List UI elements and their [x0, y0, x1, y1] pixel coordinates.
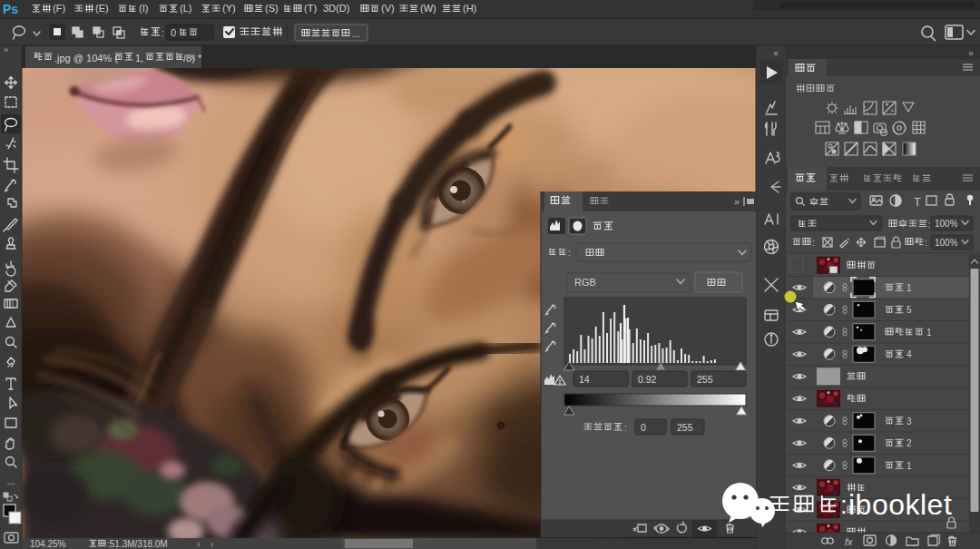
- svg-text:»: »: [734, 196, 740, 207]
- svg-text:...: ...: [352, 29, 359, 39]
- svg-text:(S): (S): [265, 3, 279, 14]
- svg-text:T: T: [914, 195, 921, 209]
- svg-text:«: «: [773, 48, 779, 58]
- svg-text:‹: ‹: [211, 539, 213, 549]
- svg-text:RGB: RGB: [574, 277, 596, 288]
- svg-text:›: ›: [197, 539, 200, 549]
- svg-text::: :: [162, 27, 164, 38]
- svg-text:0: 0: [641, 422, 646, 433]
- svg-text:(Y): (Y): [222, 3, 236, 14]
- svg-text:3: 3: [906, 417, 912, 426]
- svg-text:×: ×: [190, 52, 196, 64]
- svg-text:(E): (E): [95, 3, 109, 14]
- svg-text:»: »: [4, 45, 8, 54]
- svg-text:5: 5: [906, 305, 912, 315]
- svg-text:2: 2: [906, 438, 912, 448]
- svg-text:255: 255: [697, 374, 713, 385]
- svg-text:1: 1: [926, 328, 932, 338]
- svg-text::51.3M/318.0M: :51.3M/318.0M: [107, 539, 168, 549]
- svg-text:14: 14: [579, 374, 590, 385]
- svg-text:Ps: Ps: [3, 2, 18, 16]
- svg-text:(F): (F): [53, 3, 65, 14]
- svg-text:(H): (H): [463, 3, 476, 14]
- svg-text:4: 4: [906, 349, 912, 359]
- svg-text:3D(D): 3D(D): [323, 3, 349, 14]
- svg-text::: :: [568, 248, 571, 258]
- svg-text::: :: [624, 423, 627, 433]
- svg-text:(I): (I): [139, 3, 148, 14]
- svg-text:255: 255: [677, 422, 693, 433]
- svg-text:104.25%: 104.25%: [30, 539, 66, 549]
- svg-text::: :: [812, 238, 815, 248]
- svg-text::: :: [928, 220, 931, 230]
- svg-text:fx: fx: [845, 536, 853, 547]
- svg-text:(T): (T): [304, 3, 317, 14]
- svg-text::: :: [925, 238, 927, 248]
- svg-text:0: 0: [171, 27, 176, 38]
- svg-text:»: »: [968, 48, 974, 58]
- svg-text:1,: 1,: [135, 53, 143, 64]
- svg-text:(W): (W): [420, 3, 436, 14]
- svg-text:(V): (V): [381, 3, 395, 14]
- svg-text:0.92: 0.92: [638, 374, 657, 385]
- svg-text:ibooklet: ibooklet: [848, 488, 952, 521]
- svg-text:(L): (L): [180, 3, 191, 14]
- svg-text:100%: 100%: [935, 219, 958, 229]
- svg-text:1: 1: [906, 461, 912, 471]
- svg-text:.jpg @ 104% (: .jpg @ 104% (: [54, 53, 118, 64]
- svg-text:1: 1: [906, 283, 912, 293]
- svg-text::: :: [840, 491, 848, 519]
- svg-text:...: ...: [7, 476, 15, 486]
- svg-text:100%: 100%: [935, 238, 958, 248]
